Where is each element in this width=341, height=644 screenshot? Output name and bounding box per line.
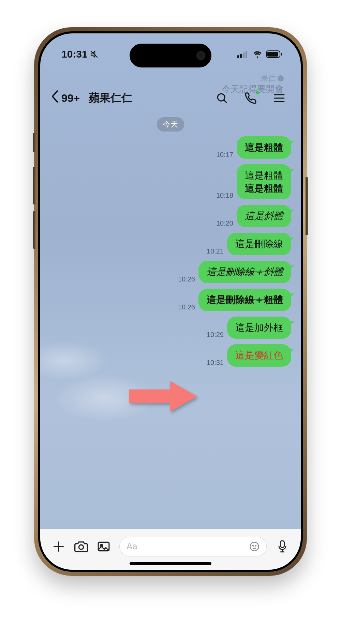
- power-button[interactable]: [306, 177, 308, 235]
- add-button[interactable]: [52, 540, 65, 553]
- volume-down-button[interactable]: [33, 211, 35, 249]
- silent-mode-icon: [90, 50, 99, 59]
- message-time: 10:18: [216, 191, 233, 199]
- date-separator: 今天: [157, 117, 184, 132]
- message-time: 10:29: [207, 331, 224, 339]
- svg-point-19: [253, 545, 254, 546]
- message-row: 10:26 這是刪除線＋粗體: [50, 289, 291, 311]
- svg-point-20: [255, 545, 256, 546]
- unread-badge[interactable]: 99+: [61, 92, 80, 105]
- svg-rect-3: [243, 52, 244, 58]
- emoji-icon[interactable]: [249, 541, 260, 552]
- svg-rect-7: [281, 53, 282, 56]
- call-button[interactable]: [244, 92, 257, 105]
- message-time: 10:21: [207, 247, 224, 255]
- message-row: 10:20 這是斜體: [50, 205, 291, 227]
- message-row: 10:31 這是變紅色: [50, 344, 291, 367]
- annotation-arrow-icon: [125, 378, 201, 415]
- gallery-button[interactable]: [97, 540, 110, 553]
- svg-rect-4: [246, 51, 247, 58]
- message-time: 10:26: [178, 275, 195, 283]
- svg-rect-2: [240, 54, 242, 58]
- front-camera: [196, 51, 205, 60]
- message-row: 10:21 這是刪除線: [50, 233, 291, 255]
- phone-frame: 果仁 今天記得要開會 10:31: [34, 27, 307, 576]
- svg-line-9: [224, 100, 227, 103]
- screen: 果仁 今天記得要開會 10:31: [40, 33, 301, 570]
- svg-rect-21: [280, 540, 284, 547]
- input-placeholder: Aa: [127, 541, 137, 552]
- message-text: 這是粗體: [245, 183, 283, 194]
- message-text: 這是粗體: [245, 170, 283, 181]
- chat-title[interactable]: 蘋果仁仁: [89, 91, 132, 106]
- message-time: 10:26: [178, 303, 195, 311]
- back-button[interactable]: [50, 90, 59, 107]
- message-bubble[interactable]: 這是刪除線＋斜體: [198, 261, 291, 283]
- svg-rect-1: [237, 55, 239, 58]
- camera-button[interactable]: [74, 540, 88, 553]
- svg-point-18: [250, 542, 259, 551]
- message-bubble[interactable]: 這是刪除線: [227, 233, 291, 255]
- svg-rect-6: [267, 52, 278, 57]
- volume-up-button[interactable]: [33, 167, 35, 204]
- message-bubble[interactable]: 這是變紅色: [227, 344, 291, 367]
- search-button[interactable]: [216, 92, 228, 105]
- message-bubble[interactable]: 這是粗體: [237, 136, 291, 159]
- mute-switch[interactable]: [33, 133, 35, 152]
- message-row: 10:26 這是刪除線＋斜體: [50, 261, 291, 283]
- message-text: 這是變紅色: [235, 350, 283, 361]
- menu-button[interactable]: [273, 92, 286, 105]
- message-row: 10:17 這是粗體: [50, 136, 291, 159]
- status-time: 10:31: [61, 48, 88, 60]
- voice-button[interactable]: [276, 540, 289, 553]
- svg-point-15: [79, 545, 83, 549]
- message-text: 這是刪除線: [235, 239, 283, 249]
- message-time: 10:31: [207, 359, 224, 367]
- message-text: 這是刪除線＋斜體: [207, 266, 283, 277]
- message-text: 這是刪除線＋粗體: [207, 294, 283, 305]
- home-indicator[interactable]: [130, 562, 211, 565]
- chat-scroll[interactable]: 今天 10:17 這是粗體 10:18 這是粗體 這是粗體 10:20: [40, 115, 301, 529]
- message-text: 這是粗體: [245, 142, 283, 153]
- message-input[interactable]: Aa: [119, 537, 267, 556]
- message-bubble[interactable]: 這是加外框: [227, 317, 291, 339]
- message-row: 10:29 這是加外框: [50, 317, 291, 339]
- svg-point-8: [218, 94, 225, 101]
- call-status-dot: [256, 91, 259, 94]
- battery-icon: [266, 50, 282, 58]
- chat-header: 99+ 蘋果仁仁: [40, 85, 301, 112]
- message-time: 10:17: [216, 151, 233, 159]
- cellular-signal-icon: [237, 50, 249, 58]
- message-bubble[interactable]: 這是刪除線＋粗體: [198, 289, 291, 311]
- message-text: 這是斜體: [245, 211, 283, 221]
- message-text: 這是加外框: [235, 322, 283, 333]
- wifi-icon: [252, 50, 263, 58]
- message-time: 10:20: [216, 219, 233, 227]
- message-bubble[interactable]: 這是粗體 這是粗體: [237, 164, 291, 200]
- message-row: 10:18 這是粗體 這是粗體: [50, 164, 291, 200]
- message-bubble[interactable]: 這是斜體: [237, 205, 291, 227]
- dynamic-island: [130, 44, 211, 67]
